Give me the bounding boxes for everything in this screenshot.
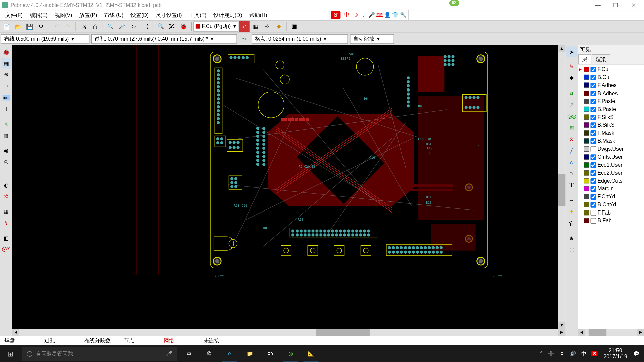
comma-icon[interactable]: ， xyxy=(360,11,368,19)
mode-track-icon[interactable]: ↯ xyxy=(1,218,12,229)
app-settings-icon[interactable]: ❂ xyxy=(199,345,219,362)
tray-sogou-icon[interactable]: S xyxy=(591,351,597,356)
store-icon[interactable]: 🛍 xyxy=(260,345,280,362)
cortana-search[interactable]: ◯ 有问题尽管问我 🎤 xyxy=(22,347,177,361)
taskbar[interactable]: ⊞ ◯ 有问题尽管问我 🎤 ⧉ ❂ e 📁 🛍 ◎ 📐 ˄ ➕ 🖧 🔊 中 S … xyxy=(0,345,644,362)
add-arc-icon[interactable] xyxy=(566,168,577,179)
settings-icon[interactable]: 🔧 xyxy=(399,12,408,18)
system-tray[interactable]: ˄ ➕ 🖧 🔊 中 S 21:50 2017/1/19 💬 xyxy=(536,347,644,360)
ime-lang[interactable]: 中 xyxy=(344,11,350,19)
kicad-icon[interactable]: 📐 xyxy=(301,345,321,362)
select-tool-icon[interactable] xyxy=(566,46,577,57)
horizontal-scrollbar[interactable]: ◂▸ xyxy=(12,329,565,336)
find-icon[interactable] xyxy=(155,21,166,32)
ratsnest-icon[interactable]: ◆ xyxy=(273,21,284,32)
layer-visibility-checkbox[interactable] xyxy=(590,138,596,144)
polar-coord-icon[interactable]: ⊕ xyxy=(1,69,12,80)
set-origin-icon[interactable] xyxy=(566,233,577,244)
action-center-icon[interactable]: 💬 xyxy=(633,351,639,356)
layer-visibility-checkbox[interactable] xyxy=(590,74,596,80)
page-settings-icon[interactable]: ⚙ xyxy=(36,21,47,32)
layer-row[interactable]: ▸F.SilkS xyxy=(579,113,643,121)
save-icon[interactable] xyxy=(24,21,35,32)
layer-row[interactable]: ▸B.SilkS xyxy=(579,121,643,129)
track-display-icon[interactable] xyxy=(1,168,12,179)
tab-layers[interactable]: 层 xyxy=(578,54,592,64)
grid-select[interactable]: 格点: 0.0254 mm (1.00 mils)▾ xyxy=(252,34,348,44)
minimize-button[interactable]: — xyxy=(589,2,607,8)
add-circle-icon[interactable] xyxy=(566,157,577,168)
layer-row[interactable]: ▸Edge.Cuts xyxy=(579,177,643,185)
auto-track-icon[interactable]: ⤳ xyxy=(239,34,250,44)
layer-pair-icon[interactable]: ⇄ xyxy=(239,21,250,32)
units-inch-icon[interactable] xyxy=(1,81,12,92)
grid-origin-2-icon[interactable] xyxy=(566,244,577,255)
layer-row[interactable]: ▸F.Paste xyxy=(579,97,643,105)
redraw-icon[interactable] xyxy=(128,21,139,32)
maximize-button[interactable]: ☐ xyxy=(607,2,625,8)
add-keepout-icon[interactable]: ⊘ xyxy=(566,134,577,145)
menu-rules[interactable]: 设计规则(D) xyxy=(210,12,246,19)
layer-row[interactable]: ▸B.Paste xyxy=(579,105,643,113)
layer-row[interactable]: ▸B.Cu xyxy=(579,73,643,81)
redo-icon[interactable]: ↷ xyxy=(63,21,73,32)
new-icon[interactable] xyxy=(1,21,12,32)
menu-route[interactable]: 布线 (U) xyxy=(101,12,127,19)
zoom-in-icon[interactable] xyxy=(105,21,116,32)
layer-visibility-checkbox[interactable] xyxy=(590,178,596,184)
layer-visibility-checkbox[interactable] xyxy=(590,202,596,207)
open-icon[interactable] xyxy=(13,21,23,32)
layer-row[interactable]: ▸Eco2.User xyxy=(579,169,643,177)
zoom-fit-icon[interactable] xyxy=(140,21,151,32)
menu-view[interactable]: 视图(V) xyxy=(51,12,76,19)
mic-icon[interactable]: 🎤 xyxy=(368,12,376,18)
via-size-select[interactable]: 过孔: 0.70 mm (27.6 mils)/ 0.40 mm (15.7 m… xyxy=(91,34,237,44)
drc-icon[interactable] xyxy=(178,21,189,32)
vertical-scrollbar[interactable]: ▴ ▾ xyxy=(558,45,565,329)
high-contrast-icon[interactable] xyxy=(1,180,12,191)
layer-visibility-checkbox[interactable] xyxy=(590,194,596,199)
drc-off-icon[interactable] xyxy=(1,46,12,57)
layer-visibility-checkbox[interactable] xyxy=(590,154,596,160)
show-invisible-icon[interactable]: ✲ xyxy=(1,191,12,202)
via-display-icon[interactable] xyxy=(1,157,12,168)
app-360-icon[interactable]: ◎ xyxy=(280,345,301,362)
menu-help[interactable]: 帮助(H) xyxy=(246,12,271,19)
show-filled-zones-icon[interactable] xyxy=(1,130,12,141)
layer-visibility-checkbox[interactable] xyxy=(590,186,596,192)
notification-badge[interactable]: 62 xyxy=(449,0,459,6)
account-icon[interactable]: 👤 xyxy=(383,12,391,18)
print-icon[interactable] xyxy=(78,21,89,32)
add-footprint-icon[interactable]: ⧉ xyxy=(566,88,577,99)
add-target-icon[interactable] xyxy=(566,206,577,217)
layer-row[interactable]: ▸F.Fab xyxy=(579,208,643,217)
grid-origin-icon[interactable]: ⊹ xyxy=(262,21,273,32)
add-text-icon[interactable] xyxy=(566,180,577,191)
layer-row[interactable]: ▸F.Mask xyxy=(579,129,643,137)
layer-row[interactable]: ▸B.Fab xyxy=(579,217,643,225)
tab-render[interactable]: 渲染 xyxy=(592,54,610,64)
delete-icon[interactable] xyxy=(566,218,577,229)
keyboard-icon[interactable]: ⌨ xyxy=(376,12,384,18)
pad-display-icon[interactable] xyxy=(1,145,12,156)
ime-logo-icon[interactable]: S xyxy=(331,11,340,19)
units-mm-icon[interactable] xyxy=(1,93,12,103)
cursor-shape-icon[interactable]: ✛ xyxy=(1,104,12,115)
taskview-icon[interactable]: ⧉ xyxy=(179,345,199,362)
layer-visibility-checkbox[interactable] xyxy=(590,82,596,88)
microwave-icon[interactable]: ᘉ xyxy=(1,244,12,255)
tray-network-icon[interactable]: 🖧 xyxy=(560,351,565,356)
plot-icon[interactable] xyxy=(90,21,101,32)
layer-row[interactable]: ▸F.CrtYd xyxy=(579,193,643,201)
undo-icon[interactable]: ↶ xyxy=(51,21,62,32)
zoom-select[interactable]: 自动缩放▾ xyxy=(350,34,394,44)
add-dimension-icon[interactable] xyxy=(566,195,577,206)
layer-visibility-checkbox[interactable] xyxy=(590,114,596,120)
route-track-icon[interactable] xyxy=(566,100,577,110)
active-layer-select[interactable]: F.Cu (PgUp)▾ xyxy=(193,22,238,32)
menu-file[interactable]: 文件(F) xyxy=(2,12,26,19)
explorer-icon[interactable]: 📁 xyxy=(240,345,260,362)
layer-row[interactable]: ▸Margin xyxy=(579,185,643,193)
layer-visibility-checkbox[interactable] xyxy=(590,66,596,72)
edge-icon[interactable]: e xyxy=(219,345,240,362)
